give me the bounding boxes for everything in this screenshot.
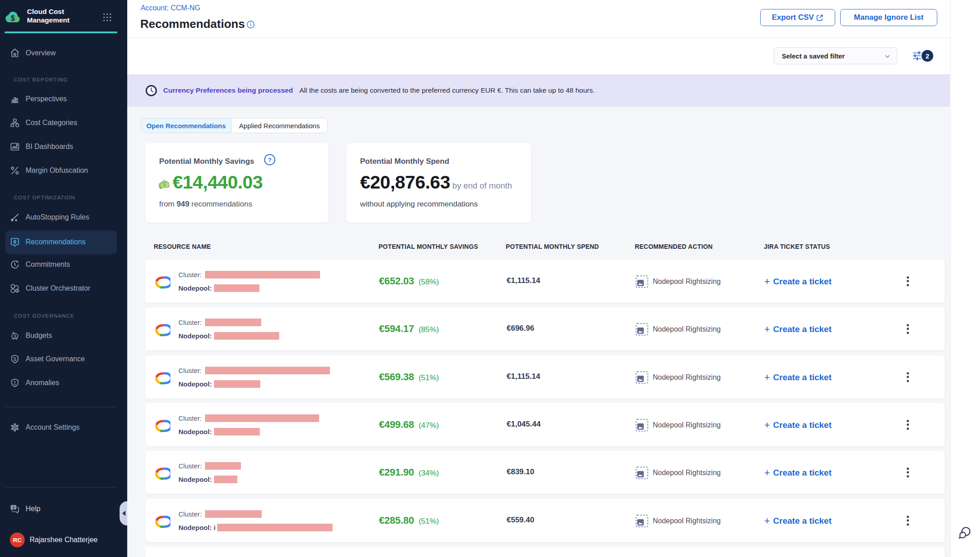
svg-text:$: $: [14, 334, 16, 338]
svg-text:$: $: [11, 14, 15, 22]
svg-text:?: ?: [12, 505, 15, 510]
svg-text:$: $: [13, 357, 16, 362]
svg-text:?: ?: [268, 157, 272, 163]
